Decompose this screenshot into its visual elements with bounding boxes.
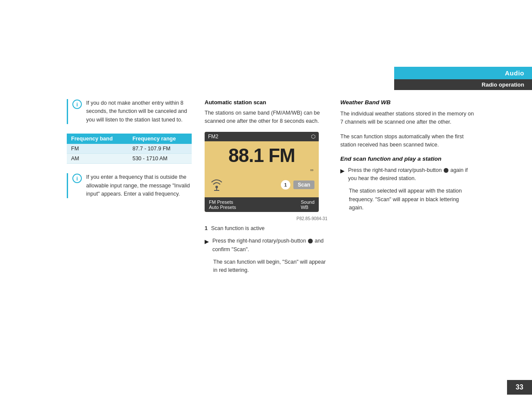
end-scan-step-1-text: Press the right-hand rotary/push-button … [348,166,474,183]
info-icon-2: i [72,174,82,183]
step-3-text: The scan function will begin, "Scan" wil… [213,258,327,275]
freq-row-band: AM [67,154,128,164]
bullet-circle-1 [308,239,313,243]
freq-row-range: 87.7 - 107.9 FM [128,144,192,154]
step-1-num: 1 [205,224,208,233]
wb-text-1: The individual weather stations stored i… [340,110,474,127]
radio-freq-sub: ∞ [205,167,319,174]
wb-title: Weather Band WB [340,99,474,106]
frequency-table: Frequency band Frequency range FM87.7 - … [67,134,192,164]
radio-caption: P82.85-9084-31 [205,216,327,221]
radio-wave-icon [209,176,224,194]
page-number: 33 [507,380,532,395]
end-scan-step-2-text: The station selected will appear with th… [349,187,474,212]
header-bar: Audio Radio operation [394,67,532,90]
freq-row-band: FM [67,144,128,154]
radio-display: FM2 ⬡ 88.1 FM ∞ 1 Scan FM [205,132,319,212]
radio-bottom-left: FM Presets Auto Presets [209,199,236,210]
info-box-2: i If you enter a frequency that is outsi… [67,173,192,198]
scan-label: Scan [293,181,314,189]
left-column: i If you do not make another entry withi… [67,99,192,208]
info-box-2-inner: i If you enter a frequency that is outsi… [72,173,192,198]
header-radio-label: Radio operation [394,79,532,90]
freq-col-range: Frequency range [128,134,192,144]
scan-controls: 1 Scan [281,180,314,190]
step-2-text: Press the right-hand rotary/push-button … [212,237,327,254]
radio-fm2-label: FM2 [208,134,218,140]
info-text-2: If you enter a frequency that is outside… [86,173,192,198]
end-scan-title: End scan function and play a station [340,156,474,162]
radio-top-icon: ⬡ [311,134,315,140]
step-1: 1 Scan function is active [205,224,327,233]
info-box-1: i If you do not make another entry withi… [67,99,192,124]
table-row: FM87.7 - 107.9 FM [67,144,192,154]
scan-number: 1 [281,180,290,190]
wb-label: WB [301,205,314,210]
middle-column: Automatic station scan The stations on s… [205,99,327,275]
step-2: ▶ Press the right-hand rotary/push-butto… [205,237,327,254]
step-2-arrow: ▶ [205,237,209,254]
info-box-1-inner: i If you do not make another entry withi… [72,99,192,124]
radio-bottom-bar: FM Presets Auto Presets Sound WB [205,197,319,212]
auto-presets-label: Auto Presets [209,205,236,210]
right-column: Weather Band WB The individual weather s… [340,99,474,212]
freq-row-range: 530 - 1710 AM [128,154,192,164]
end-scan-step-1: ▶ Press the right-hand rotary/push-butto… [340,166,474,183]
radio-bottom-right: Sound WB [301,199,314,210]
radio-top-bar: FM2 ⬡ [205,132,319,141]
wb-text-2: The scan function stops automatically wh… [340,133,474,149]
radio-middle-row: 1 Scan [205,174,319,197]
header-audio-label: Audio [394,67,532,79]
bullet-circle-2 [444,168,448,173]
info-text-1: If you do not make another entry within … [86,99,192,124]
step-1-text: Scan function is active [211,224,264,233]
radio-main-freq: 88.1 FM [205,141,319,167]
info-icon-1: i [72,100,82,109]
auto-scan-title: Automatic station scan [205,99,327,106]
fm-presets-label: FM Presets [209,199,236,205]
end-scan-arrow: ▶ [340,167,345,183]
table-row: AM530 - 1710 AM [67,154,192,164]
auto-scan-intro: The stations on same band (FM/AM/WB) can… [205,109,327,126]
sound-label: Sound [301,199,314,205]
freq-col-band: Frequency band [67,134,128,144]
